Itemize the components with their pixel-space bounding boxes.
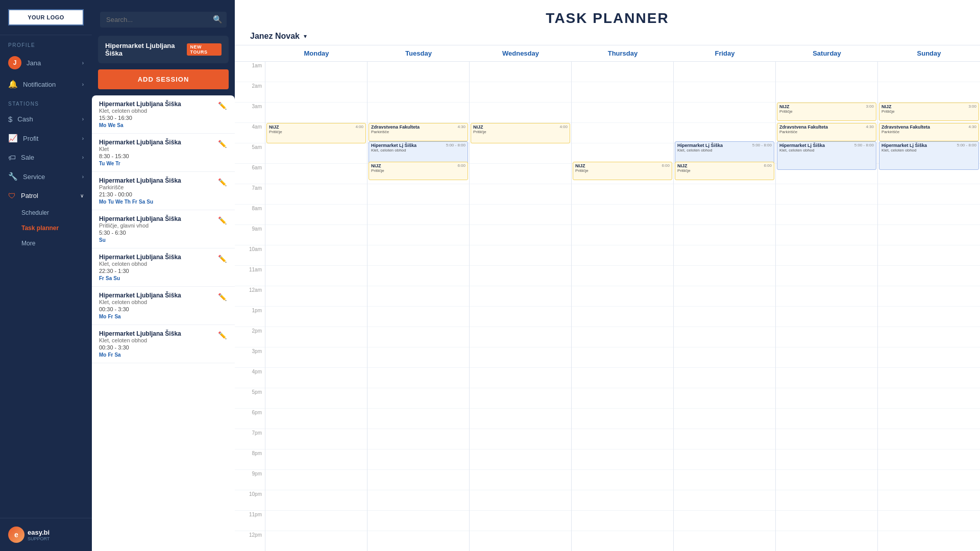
hour-line — [265, 205, 367, 225]
session-time: 5:30 - 6:30 — [99, 230, 181, 236]
time-row: 6pm — [235, 409, 265, 429]
profit-icon: 📈 — [8, 134, 18, 143]
calendar-event[interactable]: Zdravstvena Fakulteta Parkirišče 4:30 — [777, 123, 876, 141]
hour-line — [265, 62, 367, 82]
day-tag: Sa — [117, 122, 123, 128]
sidebar-logo-section: YOUR LOGO — [0, 0, 92, 35]
sidebar-item-profit[interactable]: 📈 Profit › — [0, 129, 92, 148]
hour-line — [776, 388, 877, 409]
user-selector[interactable]: Janez Novak ▾ — [235, 32, 980, 45]
hour-line — [265, 307, 367, 327]
day-tag: Tr — [115, 161, 120, 166]
service-icon: 🔧 — [8, 172, 18, 181]
session-location: Klet, celoten obhod — [99, 337, 181, 343]
session-title: Hipermarket Ljubljana Šiška — [99, 215, 181, 222]
sidebar-item-patrol[interactable]: 🛡 Patrol ∨ — [0, 186, 92, 205]
sidebar-item-service[interactable]: 🔧 Service › — [0, 167, 92, 186]
day-tag: Tu — [99, 161, 105, 166]
hour-line — [470, 164, 571, 184]
session-edit-icon[interactable]: ✏️ — [217, 139, 228, 149]
day-col-friday: Hipermarket Lj Šiška Klet, celoten obhod… — [674, 62, 776, 551]
session-item[interactable]: Hipermarket Ljubljana Šiška Klet 8:30 - … — [92, 134, 235, 172]
session-edit-icon[interactable]: ✏️ — [217, 254, 228, 264]
hour-line — [265, 103, 367, 123]
calendar-event[interactable]: Hipermarket Lj Šiška Klet, celoten obhod… — [879, 141, 979, 170]
hour-line — [265, 409, 367, 429]
session-item[interactable]: Hipermarket Ljubljana Šiška Parkirišče 2… — [92, 172, 235, 210]
calendar-event[interactable]: NIJZ Pritličje 4:00 — [471, 123, 570, 143]
hour-line — [368, 388, 469, 409]
session-item[interactable]: Hipermarket Ljubljana Šiška Klet, celote… — [92, 248, 235, 287]
session-edit-icon[interactable]: ✏️ — [217, 101, 228, 111]
calendar-event[interactable]: Zdravstvena Fakulteta Parkirišče 4:30 — [879, 123, 979, 141]
session-item[interactable]: Hipermarket Ljubljana Šiška Pritličje, g… — [92, 210, 235, 248]
hour-line — [776, 62, 877, 82]
hour-line — [368, 429, 469, 449]
hour-line — [674, 368, 775, 388]
hour-line — [776, 368, 877, 388]
sub-item-more[interactable]: More — [0, 236, 92, 251]
logo-button[interactable]: YOUR LOGO — [8, 9, 84, 26]
sub-item-scheduler[interactable]: Scheduler — [0, 205, 92, 220]
session-edit-icon[interactable]: ✏️ — [217, 215, 228, 226]
cash-icon: $ — [8, 115, 12, 123]
sidebar-item-sale[interactable]: 🏷 Sale › — [0, 148, 92, 167]
calendar-event[interactable]: NIJZ Pritličje 4:00 — [266, 123, 366, 143]
day-col-saturday: NIJZ Pritličje 3:00 Zdravstvena Fakultet… — [776, 62, 878, 551]
sub-item-task-planner[interactable]: Task planner — [0, 220, 92, 236]
session-edit-icon[interactable]: ✏️ — [217, 330, 228, 340]
session-location: Klet, celoten obhod — [99, 261, 181, 267]
sidebar-item-notification[interactable]: 🔔 Notification › — [0, 74, 92, 94]
calendar-event[interactable]: NIJZ Pritličje 3:00 — [879, 103, 979, 121]
hour-line — [368, 286, 469, 307]
session-item[interactable]: Hipermarket Ljubljana Šiška Klet, celote… — [92, 287, 235, 325]
calendar-event[interactable]: NIJZ Pritličje 6:00 — [675, 162, 774, 180]
session-edit-icon[interactable]: ✏️ — [217, 177, 228, 187]
hour-line — [878, 307, 980, 327]
bell-icon: 🔔 — [8, 80, 18, 89]
hour-line — [470, 205, 571, 225]
hour-line — [265, 266, 367, 286]
session-item[interactable]: Hipermarket Ljubljana Šiška Klet, celote… — [92, 325, 235, 363]
hour-line — [368, 184, 469, 205]
calendar-event[interactable]: NIJZ Pritličje 6:00 — [573, 162, 672, 180]
sidebar-user-name: Jana — [27, 59, 41, 67]
sidebar-item-cash[interactable]: $ Cash › — [0, 110, 92, 129]
hour-line — [470, 62, 571, 82]
day-col-thursday: NIJZ Pritličje 6:00 — [572, 62, 674, 551]
service-label: Service — [23, 173, 45, 181]
calendar-event[interactable]: NIJZ Pritličje 3:00 — [777, 103, 876, 121]
session-edit-icon[interactable]: ✏️ — [217, 292, 228, 302]
session-title: Hipermarket Ljubljana Šiška — [99, 177, 181, 184]
hour-line — [878, 388, 980, 409]
hour-line — [368, 511, 469, 531]
search-input[interactable] — [100, 12, 227, 28]
session-title: Hipermarket Ljubljana Šiška — [99, 330, 181, 337]
hour-line — [265, 531, 367, 551]
notification-label: Notification — [23, 81, 56, 88]
time-row: 8pm — [235, 449, 265, 470]
hour-line — [572, 368, 673, 388]
session-time: 8:30 - 15:30 — [99, 153, 181, 159]
calendar-event[interactable]: Hipermarket Lj Šiška Klet, celoten obhod… — [777, 141, 876, 170]
session-item[interactable]: Hipermarket Ljubljana Šiška Klet, celote… — [92, 95, 235, 134]
hour-line — [572, 429, 673, 449]
day-tag: Mo — [99, 122, 106, 128]
easybi-text: easy.bi SUPPORT — [28, 529, 50, 541]
calendar-event[interactable]: Zdravstvena Fakulteta Parkirišče 4:30 — [369, 123, 468, 141]
calendar-event[interactable]: NIJZ Pritličje 6:00 — [369, 162, 468, 180]
search-icon-button[interactable]: 🔍 — [213, 15, 223, 24]
day-tag: Su — [99, 237, 106, 243]
search-wrapper: 🔍 — [100, 12, 227, 28]
notification-chevron-icon: › — [82, 82, 84, 87]
time-row: 6am — [235, 164, 265, 184]
patrol-label: Patrol — [21, 192, 38, 199]
add-session-button[interactable]: ADD SESSION — [98, 69, 229, 89]
time-row: 3pm — [235, 347, 265, 368]
avatar-icon: J — [8, 56, 21, 69]
day-col-wednesday: NIJZ Pritličje 4:00 — [470, 62, 572, 551]
sidebar-item-profile[interactable]: J Jana › — [0, 51, 92, 74]
hour-line — [776, 225, 877, 245]
hour-line — [368, 409, 469, 429]
user-dropdown-arrow-icon[interactable]: ▾ — [304, 33, 307, 40]
